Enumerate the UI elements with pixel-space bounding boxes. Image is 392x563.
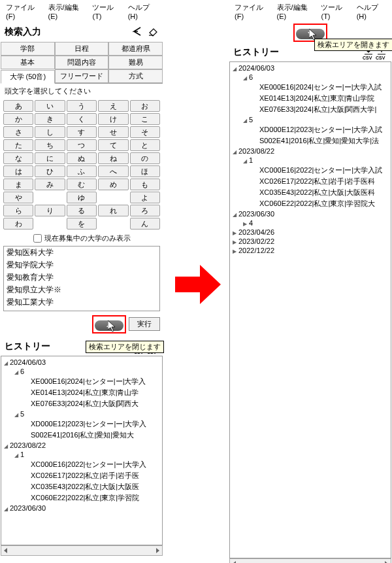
tree-node[interactable]: XD000E12|2023|センター|ー|大学入	[3, 418, 161, 430]
kana-button[interactable]: ら	[3, 205, 33, 216]
chevron-down-icon[interactable]: ◢	[243, 158, 249, 164]
kana-button[interactable]: か	[3, 113, 33, 125]
menu-help[interactable]: ヘルプ(H)	[125, 2, 160, 21]
tree-node[interactable]: XC026E17|2022|私立|岩手|岩手医科	[231, 176, 389, 187]
list-item[interactable]: 愛知県立大学※	[4, 284, 159, 296]
tree-node[interactable]: ◢6	[3, 367, 161, 376]
kana-button[interactable]: な	[3, 152, 33, 164]
tree-node[interactable]: ▶2023/04/26	[231, 228, 389, 237]
kana-button[interactable]: う	[67, 100, 97, 112]
back-icon[interactable]	[131, 25, 143, 39]
tab-free[interactable]: フリーワード	[55, 69, 109, 83]
kana-button[interactable]: れ	[98, 205, 128, 216]
tab-nittei[interactable]: 日程	[55, 42, 109, 56]
kana-button[interactable]: に	[35, 152, 65, 164]
kana-button[interactable]: し	[35, 126, 65, 138]
list-item[interactable]: 愛知学院大学	[4, 259, 159, 271]
chevron-down-icon[interactable]: ◢	[4, 443, 10, 449]
tree-node[interactable]: XC000E16|2022|センター|ー|大学入試	[231, 165, 389, 176]
chevron-right-icon[interactable]: ▶	[243, 221, 249, 227]
kana-button[interactable]: わ	[3, 218, 33, 230]
recruiting-only-checkbox[interactable]	[33, 234, 42, 243]
collapse-search-button[interactable]	[95, 320, 123, 331]
kana-button[interactable]: の	[130, 152, 160, 164]
tree-node[interactable]: ▶4	[231, 218, 389, 228]
kana-button[interactable]: あ	[3, 100, 33, 112]
tree-node[interactable]: ▶2022/12/22	[231, 246, 389, 255]
list-item[interactable]: 愛知工業大学	[4, 296, 159, 309]
kana-button[interactable]: ち	[35, 139, 65, 151]
chevron-down-icon[interactable]: ◢	[4, 360, 10, 366]
kana-button[interactable]: よ	[130, 192, 160, 203]
tab-gakubu[interactable]: 学部	[1, 42, 55, 56]
eraser-icon[interactable]	[147, 25, 159, 39]
chevron-down-icon[interactable]: ◢	[233, 149, 238, 155]
kana-button[interactable]: ひ	[35, 165, 65, 177]
kana-button[interactable]: ふ	[67, 165, 97, 177]
tree-node[interactable]: XD000E12|2023|センター|ー|大学入試	[231, 124, 389, 135]
tree-node[interactable]: XC035E43|2022|私立|大阪|大阪医科	[231, 187, 389, 198]
kana-button[interactable]: け	[98, 113, 128, 125]
tree-node[interactable]: XE076E33|2024|私立|大阪|関西大学|	[231, 104, 389, 115]
expand-search-button[interactable]	[296, 29, 325, 39]
menu-view[interactable]: 表示/編集(E)	[46, 2, 89, 21]
kana-button[interactable]: と	[130, 139, 160, 151]
list-item[interactable]: 愛知教育大学	[4, 271, 159, 284]
tree-node[interactable]: ◢2023/08/22	[231, 146, 389, 156]
tree-node[interactable]: S002E41|2016|私立|愛知|愛知大学|法	[231, 135, 389, 146]
kana-button[interactable]: ん	[130, 218, 160, 230]
tree-node[interactable]: XC035E43|2022|私立|大阪|大阪医	[3, 481, 161, 492]
tree-node[interactable]: XC000E16|2022|センター|ー|大学入	[3, 459, 161, 470]
kana-button[interactable]: め	[98, 179, 128, 190]
kana-button[interactable]: た	[3, 139, 33, 151]
chevron-down-icon[interactable]: ◢	[243, 118, 249, 124]
tree-node[interactable]: XE000E16|2024|センター|ー|大学入試	[231, 82, 389, 93]
tab-method[interactable]: 方式	[108, 69, 163, 83]
kana-button[interactable]: ほ	[130, 165, 160, 177]
kana-button[interactable]: つ	[67, 139, 97, 151]
tree-node[interactable]: XE076E33|2024|私立|大阪|関西大	[3, 398, 161, 409]
kana-button[interactable]: も	[130, 179, 160, 190]
tree-left-scrollbar[interactable]	[1, 545, 163, 556]
menu-tool[interactable]: ツール(T)	[90, 2, 123, 21]
menu-file[interactable]: ファイル(F)	[3, 2, 44, 21]
menu-file-r[interactable]: ファイル(F)	[232, 2, 273, 21]
kana-button[interactable]: き	[35, 113, 65, 125]
chevron-right-icon[interactable]: ▶	[233, 239, 238, 245]
chevron-down-icon[interactable]: ◢	[14, 369, 20, 375]
tree-node[interactable]: XC060E22|2022|私立|東京|学習院	[3, 492, 161, 503]
tree-node[interactable]: ▶2023/02/22	[231, 237, 389, 246]
tree-node[interactable]: XC026E17|2022|私立|岩手|岩手医	[3, 470, 161, 481]
kana-button[interactable]: ま	[3, 179, 33, 190]
kana-button[interactable]: ゆ	[67, 192, 97, 203]
menu-help-r[interactable]: ヘルプ(H)	[354, 2, 389, 21]
kana-button[interactable]: ろ	[130, 205, 160, 216]
menu-view-r[interactable]: 表示/編集(E)	[274, 2, 318, 21]
chevron-right-icon[interactable]: ▶	[233, 230, 238, 236]
kana-button[interactable]: て	[98, 139, 128, 151]
execute-button[interactable]: 実行	[129, 317, 160, 331]
tree-node[interactable]: ◢5	[231, 115, 389, 124]
kana-button[interactable]: を	[67, 218, 97, 230]
chevron-down-icon[interactable]: ◢	[233, 212, 238, 218]
tree-node[interactable]: ◢2024/06/03	[231, 63, 389, 73]
tab-univ[interactable]: 大学 (50音)	[1, 70, 55, 84]
chevron-down-icon[interactable]: ◢	[233, 66, 238, 72]
tree-node[interactable]: XC060E22|2022|私立|東京|学習院大	[231, 198, 389, 209]
tree-node[interactable]: XE000E16|2024|センター|ー|大学入	[3, 376, 161, 387]
tree-node[interactable]: ◢2023/08/22	[3, 441, 161, 450]
chevron-down-icon[interactable]: ◢	[243, 75, 249, 81]
list-item[interactable]: 愛知医科大学	[4, 247, 159, 259]
kana-button[interactable]: そ	[130, 126, 160, 138]
chevron-down-icon[interactable]: ◢	[14, 412, 20, 418]
tab-kihon[interactable]: 基本	[1, 56, 55, 69]
kana-button[interactable]: み	[35, 179, 65, 190]
tab-pref[interactable]: 都道府県	[108, 42, 163, 56]
tree-node[interactable]: S002E41|2016|私立|愛知|愛知大	[3, 430, 161, 441]
tree-node[interactable]: XE014E13|2024|私立|東京|青山学院	[231, 93, 389, 104]
kana-button[interactable]: る	[67, 205, 97, 216]
kana-button[interactable]: せ	[98, 126, 128, 138]
tree-node[interactable]: ◢1	[231, 156, 389, 165]
kana-button[interactable]: こ	[130, 113, 160, 125]
tree-node[interactable]: ◢2023/06/30	[231, 209, 389, 218]
